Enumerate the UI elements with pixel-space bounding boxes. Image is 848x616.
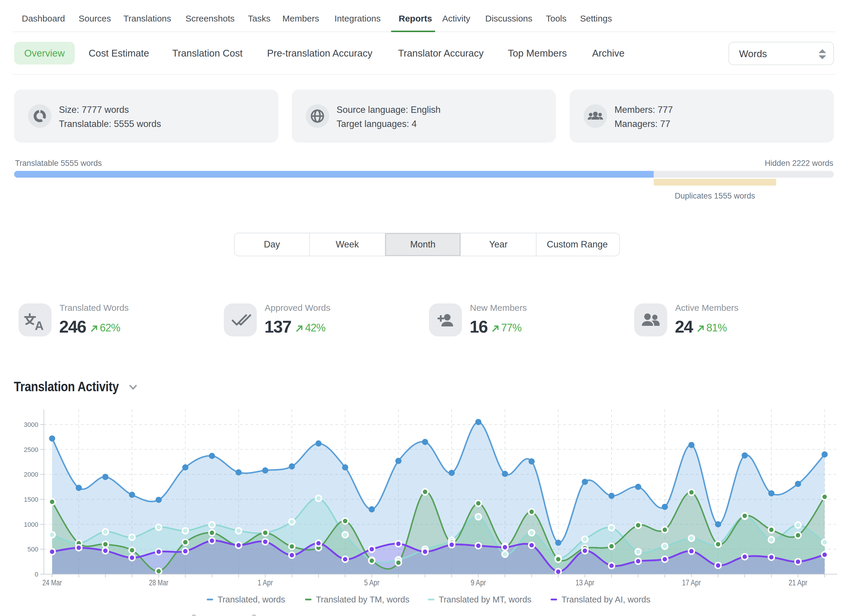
svg-text:Translated, words: Translated, words	[218, 595, 285, 604]
svg-text:13 Apr: 13 Apr	[575, 578, 594, 587]
svg-text:21 Apr: 21 Apr	[789, 578, 807, 587]
svg-text:5 Apr: 5 Apr	[364, 578, 380, 587]
svg-text:A: A	[35, 319, 44, 332]
svg-text:Translated by MT, words: Translated by MT, words	[439, 595, 531, 604]
svg-text:28 Mar: 28 Mar	[149, 578, 168, 587]
svg-text:500: 500	[27, 546, 38, 553]
svg-text:3000: 3000	[24, 421, 38, 428]
svg-text:24 Mar: 24 Mar	[42, 578, 62, 587]
svg-text:Translated by AI, words: Translated by AI, words	[562, 595, 651, 604]
svg-text:17 Apr: 17 Apr	[682, 578, 701, 587]
svg-text:1000: 1000	[24, 521, 38, 528]
svg-text:2000: 2000	[24, 471, 38, 478]
svg-text:1 Apr: 1 Apr	[258, 578, 273, 587]
svg-text:2500: 2500	[24, 446, 38, 453]
svg-text:0: 0	[35, 571, 38, 578]
svg-text:9 Apr: 9 Apr	[471, 578, 486, 587]
svg-text:Translated by TM, words: Translated by TM, words	[316, 595, 409, 604]
svg-text:1500: 1500	[24, 496, 38, 503]
